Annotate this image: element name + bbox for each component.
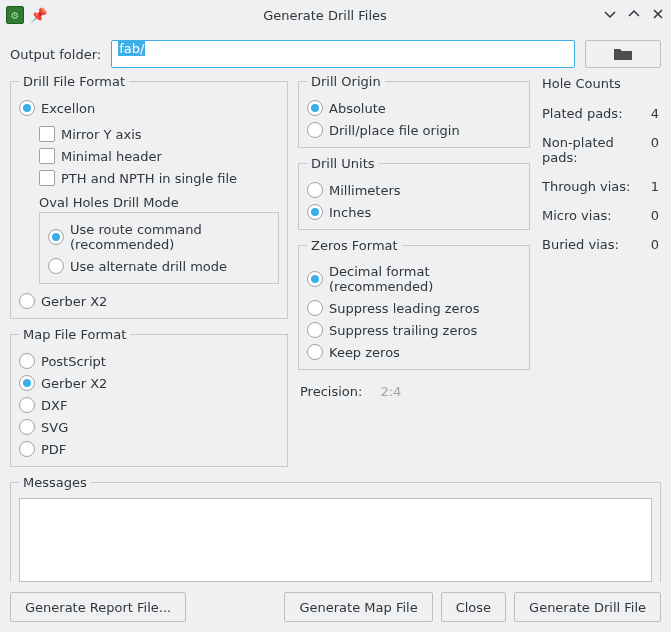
radio-gerber-x2-drill[interactable]: Gerber X2 <box>19 290 279 312</box>
radio-suppress-leading[interactable]: Suppress leading zeros <box>307 297 521 319</box>
hole-nonplated-value: 0 <box>651 135 659 165</box>
titlebar: ⚙ 📌 Generate Drill Files <box>0 0 671 30</box>
drill-file-format-legend: Drill File Format <box>19 74 129 89</box>
close-icon[interactable] <box>651 7 665 24</box>
radio-pdf[interactable]: PDF <box>19 438 279 460</box>
radio-decimal[interactable]: Decimal format (recommended) <box>307 261 521 297</box>
hole-buried-row: Buried vias:0 <box>542 234 659 255</box>
hole-nonplated-row: Non-plated pads:0 <box>542 132 659 168</box>
hole-through-value: 1 <box>651 179 659 194</box>
drill-units-legend: Drill Units <box>307 156 379 171</box>
oval-holes-label: Oval Holes Drill Mode <box>39 195 279 210</box>
radio-absolute[interactable]: Absolute <box>307 97 521 119</box>
output-folder-label: Output folder: <box>10 47 101 62</box>
map-file-format-group: Map File Format PostScript Gerber X2 DXF… <box>10 327 288 467</box>
pin-icon[interactable]: 📌 <box>30 7 47 23</box>
hole-buried-value: 0 <box>651 237 659 252</box>
drill-origin-legend: Drill Origin <box>307 74 385 89</box>
radio-alternate-drill[interactable]: Use alternate drill mode <box>48 255 270 277</box>
folder-icon <box>613 47 633 61</box>
minimize-icon[interactable] <box>603 7 617 24</box>
radio-inches[interactable]: Inches <box>307 201 521 223</box>
drill-origin-group: Drill Origin Absolute Drill/place file o… <box>298 74 530 148</box>
dialog-window: ⚙ 📌 Generate Drill Files Output folder: … <box>0 0 671 632</box>
hole-micro-value: 0 <box>651 208 659 223</box>
drill-file-format-group: Drill File Format Excellon Mirror Y axis… <box>10 74 288 319</box>
radio-keep-zeros[interactable]: Keep zeros <box>307 341 521 363</box>
radio-suppress-trailing[interactable]: Suppress trailing zeros <box>307 319 521 341</box>
hole-micro-row: Micro vias:0 <box>542 205 659 226</box>
map-file-format-legend: Map File Format <box>19 327 130 342</box>
app-icon: ⚙ <box>6 6 24 24</box>
hole-through-row: Through vias:1 <box>542 176 659 197</box>
button-bar: Generate Report File... Generate Map Fil… <box>0 582 671 632</box>
radio-gerber-x2-map[interactable]: Gerber X2 <box>19 372 279 394</box>
hole-plated-value: 4 <box>651 106 659 121</box>
output-folder-input[interactable]: fab/ <box>111 40 575 68</box>
messages-textarea[interactable] <box>19 498 652 582</box>
messages-legend: Messages <box>19 475 91 490</box>
precision-row: Precision: 2:4 <box>298 378 530 405</box>
radio-svg[interactable]: SVG <box>19 416 279 438</box>
messages-group: Messages <box>10 475 661 582</box>
close-button[interactable]: Close <box>441 592 506 622</box>
radio-drill-place-origin[interactable]: Drill/place file origin <box>307 119 521 141</box>
radio-dxf[interactable]: DXF <box>19 394 279 416</box>
zeros-format-legend: Zeros Format <box>307 238 402 253</box>
precision-value: 2:4 <box>380 384 401 399</box>
radio-postscript[interactable]: PostScript <box>19 350 279 372</box>
drill-units-group: Drill Units Millimeters Inches <box>298 156 530 230</box>
zeros-format-group: Zeros Format Decimal format (recommended… <box>298 238 530 370</box>
browse-button[interactable] <box>585 40 661 68</box>
radio-excellon[interactable]: Excellon <box>19 97 279 119</box>
hole-counts-legend: Hole Counts <box>542 74 659 95</box>
radio-millimeters[interactable]: Millimeters <box>307 179 521 201</box>
generate-report-button[interactable]: Generate Report File... <box>10 592 186 622</box>
generate-map-button[interactable]: Generate Map File <box>284 592 432 622</box>
hole-plated-row: Plated pads:4 <box>542 103 659 124</box>
output-folder-row: Output folder: fab/ <box>10 40 661 68</box>
radio-route-command[interactable]: Use route command (recommended) <box>48 219 270 255</box>
maximize-icon[interactable] <box>627 7 641 24</box>
hole-counts-group: Hole Counts Plated pads:4 Non-plated pad… <box>540 74 661 255</box>
generate-drill-button[interactable]: Generate Drill File <box>514 592 661 622</box>
check-mirror-y[interactable]: Mirror Y axis <box>39 123 279 145</box>
check-pth-npth-single[interactable]: PTH and NPTH in single file <box>39 167 279 189</box>
check-minimal-header[interactable]: Minimal header <box>39 145 279 167</box>
window-title: Generate Drill Files <box>47 8 603 23</box>
precision-label: Precision: <box>300 384 362 399</box>
